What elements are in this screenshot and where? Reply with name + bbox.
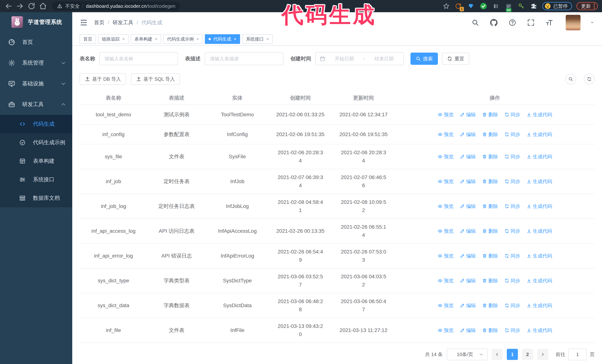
- preview-button[interactable]: 预览: [438, 252, 454, 260]
- extension-dark-on[interactable]: on: [505, 2, 513, 10]
- tag-tracing[interactable]: 链路追踪 ×: [98, 34, 129, 44]
- extension-key[interactable]: [517, 2, 525, 10]
- generate-code-button[interactable]: 生成代码: [527, 252, 552, 260]
- edit-button[interactable]: 编辑: [460, 130, 476, 138]
- table-row[interactable]: inf_api_error_log API 错误日志 InfApiErrorLo…: [80, 244, 595, 269]
- table-row[interactable]: sys_dict_data 字典数据表 SysDictData 2021-03-…: [80, 293, 595, 318]
- tag-form-builder[interactable]: 表单构建 ×: [131, 34, 161, 44]
- refresh-table-button[interactable]: [584, 74, 595, 84]
- edit-button[interactable]: 编辑: [460, 302, 476, 310]
- generate-code-button[interactable]: 生成代码: [527, 177, 552, 186]
- browser-home-icon[interactable]: [39, 2, 47, 10]
- toggle-search-button[interactable]: [565, 74, 576, 84]
- delete-button[interactable]: 删除: [482, 252, 498, 260]
- preview-button[interactable]: 预览: [438, 153, 454, 161]
- edit-button[interactable]: 编辑: [460, 252, 476, 260]
- generate-code-button[interactable]: 生成代码: [527, 326, 552, 334]
- sidebar-item-infra[interactable]: 基础设施: [0, 73, 72, 94]
- edit-button[interactable]: 编辑: [460, 111, 476, 119]
- page-button-1[interactable]: 1: [507, 349, 518, 360]
- preview-button[interactable]: 预览: [438, 177, 454, 186]
- browser-back-icon[interactable]: [4, 2, 13, 10]
- bookmark-star-icon[interactable]: [443, 3, 450, 10]
- table-row[interactable]: inf_job_log 定时任务日志表 InfJobLog 2021-02-08…: [80, 194, 595, 219]
- import-sql-button[interactable]: 基于 SQL 导入: [131, 73, 180, 85]
- browser-reload-icon[interactable]: [27, 2, 36, 10]
- table-row[interactable]: inf_config 参数配置表 InfConfig 2021-02-06 19…: [80, 125, 595, 145]
- sidebar-item-db-doc[interactable]: 数据库文档: [0, 189, 72, 207]
- font-size-icon[interactable]: [546, 19, 553, 26]
- edit-button[interactable]: 编辑: [460, 177, 476, 186]
- extension-orange[interactable]: 1: [454, 2, 462, 10]
- sidebar-item-system-api[interactable]: 系统接口: [0, 170, 72, 189]
- sync-button[interactable]: 同步: [504, 326, 520, 334]
- preview-button[interactable]: 预览: [438, 302, 454, 310]
- browser-update-button[interactable]: 更新: [576, 2, 598, 10]
- tag-home[interactable]: 首页: [80, 34, 96, 44]
- generate-code-button[interactable]: 生成代码: [527, 202, 552, 210]
- next-page-button[interactable]: [537, 349, 548, 360]
- preview-button[interactable]: 预览: [438, 326, 454, 334]
- close-icon[interactable]: ×: [155, 37, 157, 41]
- generate-code-button[interactable]: 生成代码: [527, 227, 552, 235]
- edit-button[interactable]: 编辑: [460, 202, 476, 210]
- edit-button[interactable]: 编辑: [460, 227, 476, 235]
- browser-menu-icon[interactable]: [594, 3, 595, 9]
- page-button-2[interactable]: 2: [522, 349, 533, 360]
- help-icon[interactable]: [509, 19, 516, 26]
- sync-button[interactable]: 同步: [504, 277, 520, 285]
- table-row[interactable]: sys_dict_type 字典类型表 SysDictType 2021-03-…: [80, 269, 595, 293]
- sync-button[interactable]: 同步: [504, 111, 520, 119]
- close-icon[interactable]: ×: [122, 37, 125, 41]
- browser-forward-icon[interactable]: [16, 2, 24, 10]
- sync-button[interactable]: 同步: [504, 130, 520, 138]
- preview-button[interactable]: 预览: [438, 130, 454, 138]
- date-range-picker[interactable]: 开始日期 - 结束日期: [315, 52, 404, 65]
- sync-button[interactable]: 同步: [504, 153, 520, 161]
- generate-code-button[interactable]: 生成代码: [527, 302, 552, 310]
- page-size-select[interactable]: 10条/页: [447, 348, 487, 360]
- breadcrumb-devtools[interactable]: 研发工具: [113, 19, 133, 26]
- preview-button[interactable]: 预览: [438, 277, 454, 285]
- close-icon[interactable]: ×: [196, 37, 199, 41]
- prev-page-button[interactable]: [492, 349, 503, 360]
- table-row[interactable]: inf_file 文件表 InfFile 2021-03-13 09:43:2 …: [80, 318, 595, 343]
- address-bar[interactable]: 不安全 dashboard.yudao.iocoder.cn/tool/code…: [52, 2, 180, 10]
- paused-extension-pill[interactable]: 已暂停: [542, 2, 572, 10]
- tag-codegen-active[interactable]: 代码生成 ×: [205, 34, 240, 44]
- delete-button[interactable]: 删除: [482, 177, 498, 186]
- table-desc-input[interactable]: [205, 52, 283, 65]
- sidebar-item-form-builder[interactable]: 表单构建: [0, 152, 72, 170]
- delete-button[interactable]: 删除: [482, 302, 498, 310]
- edit-button[interactable]: 编辑: [460, 326, 476, 334]
- table-row[interactable]: tool_test_demo 测试示例表 ToolTestDemo 2021-0…: [80, 105, 595, 125]
- breadcrumb-home[interactable]: 首页: [94, 19, 105, 26]
- sync-button[interactable]: 同步: [504, 202, 520, 210]
- tag-codegen-example[interactable]: 代码生成示例 ×: [163, 34, 203, 44]
- preview-button[interactable]: 预览: [438, 227, 454, 235]
- goto-page-input[interactable]: [568, 348, 587, 360]
- generate-code-button[interactable]: 生成代码: [527, 277, 552, 285]
- sync-button[interactable]: 同步: [504, 227, 520, 235]
- edit-button[interactable]: 编辑: [460, 153, 476, 161]
- close-icon[interactable]: ×: [266, 37, 269, 41]
- preview-button[interactable]: 预览: [438, 202, 454, 210]
- collapse-sidebar-icon[interactable]: [80, 19, 88, 27]
- extension-check[interactable]: [479, 2, 487, 10]
- delete-button[interactable]: 删除: [482, 153, 498, 161]
- table-row[interactable]: inf_job 定时任务表 InfJob 2021-02-07 06:39:3 …: [80, 169, 595, 194]
- sidebar-item-system[interactable]: 系统管理: [0, 52, 72, 73]
- tag-system-api[interactable]: 系统接口 ×: [242, 34, 273, 44]
- import-db-button[interactable]: 基于 DB 导入: [80, 73, 126, 85]
- extensions-puzzle-icon[interactable]: [530, 2, 538, 10]
- sync-button[interactable]: 同步: [504, 302, 520, 310]
- delete-button[interactable]: 删除: [482, 227, 498, 235]
- preview-button[interactable]: 预览: [438, 111, 454, 119]
- delete-button[interactable]: 删除: [482, 326, 498, 334]
- sidebar-item-codegen[interactable]: 代码生成: [0, 115, 72, 133]
- extension-columns[interactable]: [492, 2, 500, 10]
- generate-code-button[interactable]: 生成代码: [527, 130, 552, 138]
- fullscreen-icon[interactable]: [527, 19, 535, 26]
- avatar-caret-down-icon[interactable]: [590, 20, 595, 25]
- user-avatar[interactable]: [566, 15, 580, 30]
